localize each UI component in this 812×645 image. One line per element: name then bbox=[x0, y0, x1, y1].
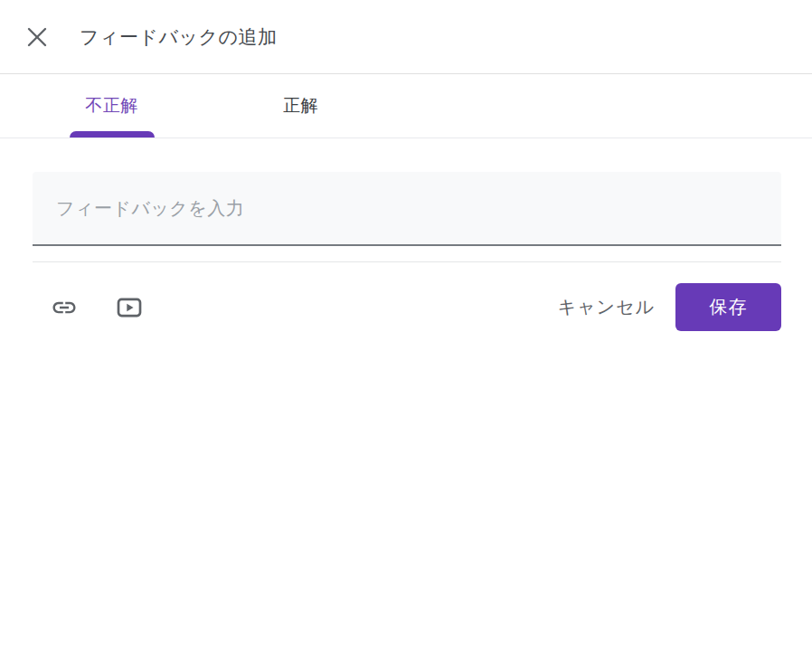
content-divider bbox=[33, 261, 781, 262]
feedback-tabbar: 不正解 正解 bbox=[0, 74, 812, 138]
link-icon bbox=[51, 294, 78, 321]
close-icon bbox=[27, 27, 47, 47]
tab-incorrect[interactable]: 不正解 bbox=[17, 74, 206, 138]
tab-correct-label: 正解 bbox=[283, 94, 318, 118]
dialog-content: キャンセル 保存 bbox=[33, 172, 781, 331]
dialog-title: フィードバックの追加 bbox=[80, 24, 277, 50]
tab-correct[interactable]: 正解 bbox=[206, 74, 395, 138]
feedback-input[interactable] bbox=[33, 172, 781, 244]
tab-incorrect-label: 不正解 bbox=[85, 94, 138, 118]
insert-link-button[interactable] bbox=[48, 291, 80, 324]
feedback-field bbox=[33, 172, 781, 246]
action-row: キャンセル 保存 bbox=[33, 283, 781, 331]
insert-video-button[interactable] bbox=[113, 291, 146, 324]
dialog-header: フィードバックの追加 bbox=[0, 0, 812, 74]
save-button[interactable]: 保存 bbox=[675, 283, 781, 331]
video-icon bbox=[115, 293, 144, 322]
cancel-button[interactable]: キャンセル bbox=[549, 288, 664, 327]
active-tab-indicator bbox=[70, 131, 155, 138]
close-button[interactable] bbox=[19, 19, 55, 55]
